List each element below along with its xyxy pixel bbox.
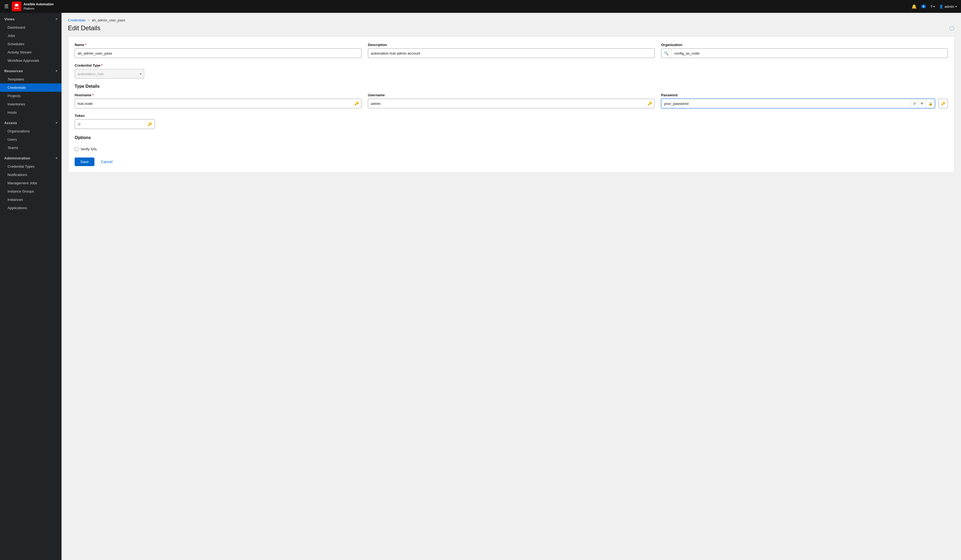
notification-badge: 0 — [921, 5, 926, 8]
sidebar-section-resources: Resources ▾ Templates Credentials Projec… — [0, 65, 61, 117]
sidebar-item-organizations[interactable]: Organizations — [0, 127, 61, 135]
app-logo: Ansible Automation Platform — [12, 2, 54, 11]
sidebar-resources-header[interactable]: Resources ▾ — [0, 65, 61, 75]
form-group-organization: Organization 🔍 — [661, 43, 948, 58]
verify-ssl-checkbox[interactable] — [75, 148, 79, 151]
hostname-label: Hostname* — [75, 93, 362, 97]
credential-type-select[interactable]: automation_hub — [75, 69, 144, 79]
token-label: Token — [75, 114, 155, 118]
sidebar-item-hosts[interactable]: Hosts — [0, 108, 61, 117]
user-icon: 👤 — [939, 5, 943, 8]
verify-ssl-label[interactable]: Verify SSL — [80, 147, 97, 151]
sidebar: Views ▾ Dashboard Jobs Schedules Activit… — [0, 13, 61, 560]
description-input[interactable] — [368, 48, 655, 58]
form-row-credential-type: Credential Type* automation_hub ▾ — [75, 63, 948, 79]
description-label: Description — [368, 43, 655, 47]
form-group-hostname: Hostname* 🔑 — [75, 93, 362, 108]
name-label: Name* — [75, 43, 362, 47]
sidebar-item-projects[interactable]: Projects — [0, 92, 61, 100]
token-hidden-icon: ⊘ — [77, 122, 81, 126]
password-label: Password — [661, 93, 948, 97]
help-icon: ? — [930, 4, 932, 9]
form-row-token: Token ⊘ 🔑 — [75, 114, 948, 129]
organization-search-icon: 🔍 — [661, 49, 672, 58]
form-row-basic: Name* Description Organization 🔍 — [75, 43, 948, 58]
sidebar-item-notifications[interactable]: Notifications — [0, 171, 61, 179]
edit-details-form: Name* Description Organization 🔍 — [68, 36, 955, 173]
sidebar-item-applications[interactable]: Applications — [0, 204, 61, 212]
form-actions: Save Cancel — [75, 157, 948, 166]
cancel-button[interactable]: Cancel — [99, 158, 115, 166]
form-group-password: Password ↺ 👁 🔒 🔑 — [661, 93, 948, 108]
organization-label: Organization — [661, 43, 948, 47]
sidebar-item-jobs[interactable]: Jobs — [0, 32, 61, 40]
sidebar-item-credential-types[interactable]: Credential Types — [0, 162, 61, 171]
sidebar-views-header[interactable]: Views ▾ — [0, 13, 61, 23]
token-key-icon[interactable]: 🔑 — [148, 122, 152, 126]
name-input[interactable] — [75, 48, 362, 58]
password-show-button[interactable]: 👁 — [918, 99, 926, 108]
sidebar-section-views: Views ▾ Dashboard Jobs Schedules Activit… — [0, 13, 61, 65]
hostname-input[interactable] — [75, 99, 362, 108]
form-group-description: Description — [368, 43, 655, 58]
form-row-options: Options Verify SSL — [75, 134, 948, 151]
breadcrumb: Credentials > ah_admin_user_pass — [68, 18, 955, 22]
sidebar-item-dashboard[interactable]: Dashboard — [0, 23, 61, 32]
help-chevron-icon: ▾ — [934, 5, 935, 8]
hamburger-menu[interactable]: ☰ — [4, 3, 8, 10]
token-input-wrap: ⊘ 🔑 — [75, 119, 155, 129]
password-input-group: ↺ 👁 🔒 — [661, 99, 935, 108]
sidebar-item-management-jobs[interactable]: Management Jobs — [0, 179, 61, 187]
options-section-header: Options — [75, 135, 948, 140]
password-lock-button[interactable]: 🔒 — [926, 99, 935, 108]
password-input[interactable] — [661, 99, 910, 108]
form-row-type-details: Hostname* 🔑 Username 🔑 — [75, 93, 948, 108]
form-group-username: Username 🔑 — [368, 93, 655, 108]
form-group-options: Options Verify SSL — [75, 134, 948, 151]
page-title: Edit Details — [68, 24, 100, 32]
sidebar-access-header[interactable]: Access ▾ — [0, 117, 61, 127]
topnav-right: 🔔 0 ? ▾ 👤 admin ▾ — [911, 4, 957, 9]
sidebar-section-access: Access ▾ Organizations Users Teams — [0, 117, 61, 152]
administration-chevron-icon: ▾ — [56, 156, 57, 160]
breadcrumb-credentials-link[interactable]: Credentials — [68, 18, 85, 22]
user-chevron-icon: ▾ — [955, 5, 957, 8]
password-undo-button[interactable]: ↺ — [910, 99, 918, 108]
sidebar-item-users[interactable]: Users — [0, 135, 61, 144]
logo-text: Ansible Automation Platform — [24, 2, 54, 10]
views-chevron-icon: ▾ — [56, 18, 57, 21]
username-input[interactable] — [368, 99, 655, 108]
organization-input[interactable] — [672, 51, 948, 55]
sidebar-item-templates[interactable]: Templates — [0, 75, 61, 83]
form-group-name: Name* — [75, 43, 362, 58]
hostname-input-wrap: 🔑 — [75, 99, 362, 108]
notification-bell-icon[interactable]: 🔔 — [911, 4, 917, 9]
password-key-outer-button[interactable]: 🔑 — [938, 99, 948, 108]
sidebar-administration-header[interactable]: Administration ▾ — [0, 152, 61, 162]
form-group-credential-type: Credential Type* automation_hub ▾ — [75, 63, 144, 79]
form-group-token: Token ⊘ 🔑 — [75, 114, 155, 129]
username-key-icon[interactable]: 🔑 — [648, 101, 652, 106]
sidebar-item-schedules[interactable]: Schedules — [0, 40, 61, 48]
sidebar-item-teams[interactable]: Teams — [0, 144, 61, 152]
hostname-key-icon[interactable]: 🔑 — [354, 101, 359, 106]
sidebar-item-inventories[interactable]: Inventories — [0, 100, 61, 108]
sidebar-item-instance-groups[interactable]: Instance Groups — [0, 187, 61, 196]
history-button[interactable]: 🕐 — [949, 26, 955, 31]
sidebar-item-credentials[interactable]: Credentials — [0, 83, 61, 92]
save-button[interactable]: Save — [75, 157, 95, 166]
verify-ssl-row: Verify SSL — [75, 147, 948, 151]
user-menu-button[interactable]: 👤 admin ▾ — [939, 5, 957, 8]
credential-type-select-wrap: automation_hub ▾ — [75, 69, 144, 79]
sidebar-item-instances[interactable]: Instances — [0, 196, 61, 204]
sidebar-item-activity-stream[interactable]: Activity Stream — [0, 48, 61, 56]
username-label: Username — [368, 93, 655, 97]
page-header-actions: 🕐 — [949, 26, 955, 31]
sidebar-item-workflow-approvals[interactable]: Workflow Approvals — [0, 56, 61, 65]
username-input-wrap: 🔑 — [368, 99, 655, 108]
credential-type-label: Credential Type* — [75, 63, 144, 67]
page-header: Edit Details 🕐 — [68, 24, 955, 32]
breadcrumb-current: ah_admin_user_pass — [92, 18, 125, 22]
main-content: Credentials > ah_admin_user_pass Edit De… — [61, 13, 961, 560]
help-button[interactable]: ? ▾ — [930, 4, 935, 9]
